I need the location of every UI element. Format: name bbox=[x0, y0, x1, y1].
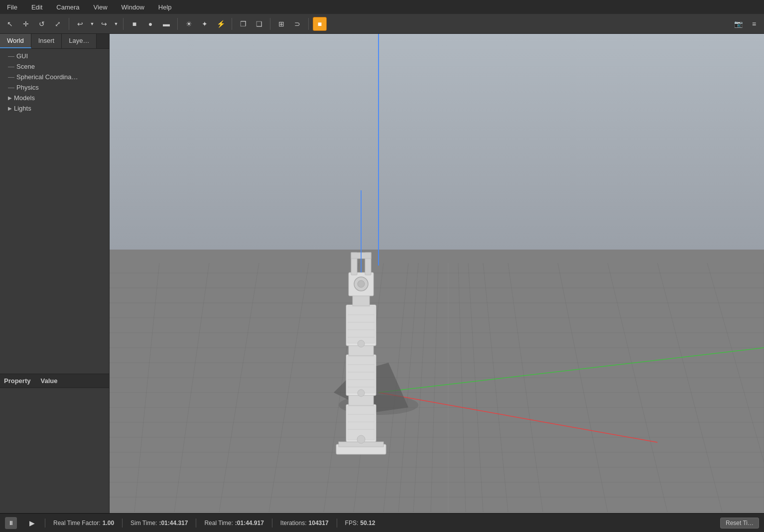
content-area: World Insert Laye… — GUI — Scene — Spher… bbox=[0, 34, 764, 513]
svg-line-19 bbox=[219, 263, 259, 512]
tree-item-physics[interactable]: — Physics bbox=[0, 82, 109, 93]
svg-rect-60 bbox=[348, 306, 375, 343]
tree-label-lights: Lights bbox=[14, 105, 31, 112]
real-time-item: Real Time: :01:44.917 bbox=[204, 520, 263, 527]
toolbar-sep-4 bbox=[232, 18, 232, 30]
svg-line-38 bbox=[379, 393, 657, 442]
svg-point-49 bbox=[357, 435, 365, 443]
tree-item-gui[interactable]: — GUI bbox=[0, 51, 109, 61]
svg-rect-52 bbox=[348, 356, 375, 393]
tab-insert[interactable]: Insert bbox=[31, 34, 62, 48]
snap-btn[interactable]: ⊃ bbox=[290, 17, 304, 31]
iterations-label: Iterations: bbox=[280, 520, 307, 527]
menu-view[interactable]: View bbox=[91, 2, 111, 12]
spot-light-btn[interactable]: ⚡ bbox=[214, 17, 228, 31]
toolbar-sep-6 bbox=[308, 18, 309, 30]
svg-line-30 bbox=[483, 263, 508, 512]
tree-item-lights[interactable]: ▶ Lights bbox=[0, 103, 109, 114]
align-btn[interactable]: ⊞ bbox=[274, 17, 288, 31]
menu-edit[interactable]: Edit bbox=[28, 2, 45, 12]
tree-item-models[interactable]: ▶ Models bbox=[0, 93, 109, 103]
svg-line-31 bbox=[508, 263, 543, 512]
sim-time-label: Sim Time: bbox=[130, 520, 157, 527]
tree-label-gui: GUI bbox=[16, 52, 28, 60]
reset-time-button[interactable]: Reset Ti… bbox=[720, 518, 759, 529]
fps-label: FPS: bbox=[345, 520, 359, 527]
fps-item: FPS: 50.12 bbox=[345, 520, 376, 527]
fps-value: 50.12 bbox=[360, 520, 375, 527]
tree-arrow-lights: ▶ bbox=[8, 106, 12, 111]
paste-btn[interactable]: ❑ bbox=[252, 17, 266, 31]
tree-dash-gui: — bbox=[8, 52, 14, 60]
pause-button[interactable]: ⏸ bbox=[5, 517, 17, 529]
grid-overlay bbox=[110, 34, 764, 513]
svg-line-29 bbox=[468, 263, 483, 512]
svg-line-24 bbox=[398, 263, 418, 512]
translate-tool[interactable]: ✛ bbox=[19, 17, 33, 31]
menu-help[interactable]: Help bbox=[155, 2, 175, 12]
svg-line-33 bbox=[608, 263, 667, 512]
color-select-btn[interactable]: ■ bbox=[313, 17, 327, 31]
tree-label-spherical: Spherical Coordina… bbox=[16, 73, 78, 81]
property-col-label: Property bbox=[4, 377, 30, 385]
tree-label-models: Models bbox=[14, 94, 35, 102]
point-light-btn[interactable]: ✦ bbox=[198, 17, 212, 31]
svg-line-32 bbox=[558, 263, 608, 512]
svg-line-17 bbox=[134, 263, 159, 512]
status-sep-3 bbox=[196, 519, 196, 528]
tree-label-physics: Physics bbox=[16, 84, 39, 91]
copy-btn[interactable]: ❐ bbox=[236, 17, 250, 31]
toolbar-sep-1 bbox=[69, 18, 69, 30]
menubar: File Edit Camera View Window Help bbox=[0, 0, 764, 14]
svg-line-34 bbox=[657, 263, 722, 512]
log-btn[interactable]: ≡ bbox=[747, 17, 761, 31]
svg-line-18 bbox=[174, 263, 209, 512]
sim-time-item: Sim Time: :01:44.317 bbox=[130, 520, 188, 527]
real-time-factor-label: Real Time Factor: bbox=[53, 520, 101, 527]
undo-btn[interactable]: ↩ bbox=[73, 17, 87, 31]
redo-arrow[interactable]: ▼ bbox=[113, 17, 119, 31]
toolbar-sep-5 bbox=[270, 18, 270, 30]
iterations-item: Iterations: 104317 bbox=[280, 520, 329, 527]
property-panel: Property Value bbox=[0, 374, 109, 513]
status-sep-1 bbox=[45, 519, 45, 528]
viewport[interactable] bbox=[110, 34, 764, 513]
toolbar-sep-3 bbox=[177, 18, 178, 30]
cylinder-shape-btn[interactable]: ▬ bbox=[159, 17, 173, 31]
select-tool[interactable]: ↖ bbox=[3, 17, 17, 31]
step-button[interactable]: ▶ bbox=[27, 517, 37, 529]
svg-line-39 bbox=[379, 348, 764, 393]
sphere-shape-btn[interactable]: ● bbox=[143, 17, 157, 31]
status-sep-4 bbox=[272, 519, 272, 528]
tab-layers[interactable]: Laye… bbox=[62, 34, 97, 48]
redo-btn[interactable]: ↪ bbox=[97, 17, 111, 31]
tab-world[interactable]: World bbox=[0, 34, 31, 48]
tree-item-scene[interactable]: — Scene bbox=[0, 61, 109, 72]
value-col-label: Value bbox=[40, 377, 57, 385]
svg-point-65 bbox=[358, 340, 365, 347]
tree-dash-spherical: — bbox=[8, 73, 14, 81]
menu-camera[interactable]: Camera bbox=[53, 2, 82, 12]
status-sep-5 bbox=[337, 519, 337, 528]
svg-point-57 bbox=[358, 390, 365, 397]
toolbar-sep-2 bbox=[123, 18, 124, 30]
scale-tool[interactable]: ⤢ bbox=[51, 17, 65, 31]
svg-line-26 bbox=[431, 263, 438, 512]
tree-item-spherical[interactable]: — Spherical Coordina… bbox=[0, 72, 109, 82]
tree-area: — GUI — Scene — Spherical Coordina… — Ph… bbox=[0, 49, 109, 374]
real-time-factor-value: 1.00 bbox=[103, 520, 114, 527]
sim-time-value: :01:44.317 bbox=[159, 520, 188, 527]
tree-dash-scene: — bbox=[8, 63, 14, 70]
toolbar: ↖ ✛ ↺ ⤢ ↩ ▼ ↪ ▼ ■ ● ▬ ☀ ✦ ⚡ ❐ ❑ ⊞ ⊃ ■ 📷 … bbox=[0, 14, 764, 34]
box-shape-btn[interactable]: ■ bbox=[127, 17, 141, 31]
rotate-tool[interactable]: ↺ bbox=[35, 17, 49, 31]
real-time-value: :01:44.917 bbox=[235, 520, 264, 527]
menu-window[interactable]: Window bbox=[119, 2, 147, 12]
menu-file[interactable]: File bbox=[4, 2, 20, 12]
undo-arrow[interactable]: ▼ bbox=[89, 17, 95, 31]
screenshot-btn[interactable]: 📷 bbox=[731, 17, 745, 31]
tree-dash-physics: — bbox=[8, 84, 14, 91]
sun-light-btn[interactable]: ☀ bbox=[182, 17, 196, 31]
sidebar-tabs: World Insert Laye… bbox=[0, 34, 109, 49]
svg-point-69 bbox=[358, 280, 365, 287]
